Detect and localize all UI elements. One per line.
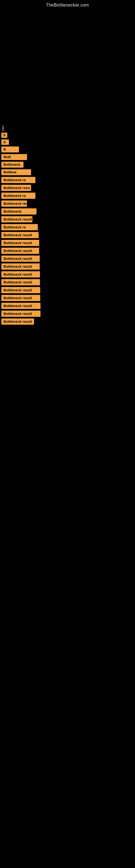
result-label: Bottleneck result	[1, 248, 39, 254]
result-label: Bottleneck result	[1, 311, 41, 317]
result-label: Bottleneck re	[1, 193, 35, 199]
result-label: Bottleneck result	[1, 264, 40, 270]
list-item: Bottleneck result	[0, 311, 135, 317]
results-container: B B B Bottl Bottleneck Bottlene Bottlene…	[0, 123, 135, 329]
list-item: Bottleneck re	[0, 224, 135, 230]
list-item: B	[0, 140, 135, 145]
list-item: B	[0, 147, 135, 152]
result-label: Bottleneck resu	[1, 185, 31, 191]
result-label: Bottleneck	[1, 208, 37, 215]
result-label: Bottleneck re	[1, 177, 35, 183]
list-item: Bottleneck re	[0, 177, 135, 183]
list-item: Bottleneck result	[0, 248, 135, 254]
result-label: Bottlene	[1, 169, 31, 175]
list-item: Bottleneck result	[0, 255, 135, 262]
result-label: Bottleneck result	[1, 255, 40, 262]
list-item: Bottleneck	[0, 208, 135, 215]
list-item: Bottleneck result	[0, 287, 135, 293]
result-label: Bottleneck result	[1, 232, 39, 238]
result-label: B	[1, 147, 19, 152]
list-item: Bottleneck result	[0, 295, 135, 301]
list-item: Bottl	[0, 154, 135, 160]
result-label: Bottleneck result	[1, 287, 40, 293]
result-label: B	[1, 140, 9, 145]
list-item: Bottleneck result	[0, 318, 135, 325]
result-label: Bottleneck result	[1, 318, 34, 325]
list-item: Bottleneck result	[0, 232, 135, 238]
list-item: B	[0, 133, 135, 138]
result-label: Bottleneck result	[1, 303, 41, 309]
main-content: B B B Bottl Bottleneck Bottlene Bottlene…	[0, 123, 135, 335]
result-label: Bottleneck result	[1, 216, 32, 222]
result-label: Bottleneck re	[1, 224, 38, 230]
result-label: Bottleneck result	[1, 271, 40, 278]
result-label: Bottleneck result	[1, 240, 39, 246]
result-label: Bottl	[1, 154, 27, 160]
result-label: Bottleneck result	[1, 279, 40, 285]
result-label: Bottleneck res	[1, 200, 27, 207]
list-item	[0, 126, 135, 131]
list-item: Bottleneck result	[0, 271, 135, 278]
site-title: TheBottlenecker.com	[0, 0, 135, 9]
list-item: Bottleneck result	[0, 279, 135, 285]
list-item: Bottleneck result	[0, 216, 135, 222]
list-item: Bottleneck result	[0, 240, 135, 246]
list-item: Bottleneck result	[0, 264, 135, 270]
chart-area	[0, 9, 135, 123]
list-item: Bottlene	[0, 169, 135, 175]
cursor-icon	[3, 126, 3, 131]
result-label: Bottleneck	[1, 162, 24, 167]
result-label: Bottleneck result	[1, 295, 40, 301]
result-label: B	[1, 133, 7, 138]
list-item: Bottleneck res	[0, 200, 135, 207]
list-item: Bottleneck result	[0, 303, 135, 309]
list-item: Bottleneck re	[0, 193, 135, 199]
site-header: TheBottlenecker.com	[0, 0, 135, 9]
list-item: Bottleneck	[0, 162, 135, 167]
list-item: Bottleneck resu	[0, 185, 135, 191]
page-wrapper: TheBottlenecker.com B B B Bottl Bottlene…	[0, 0, 135, 335]
